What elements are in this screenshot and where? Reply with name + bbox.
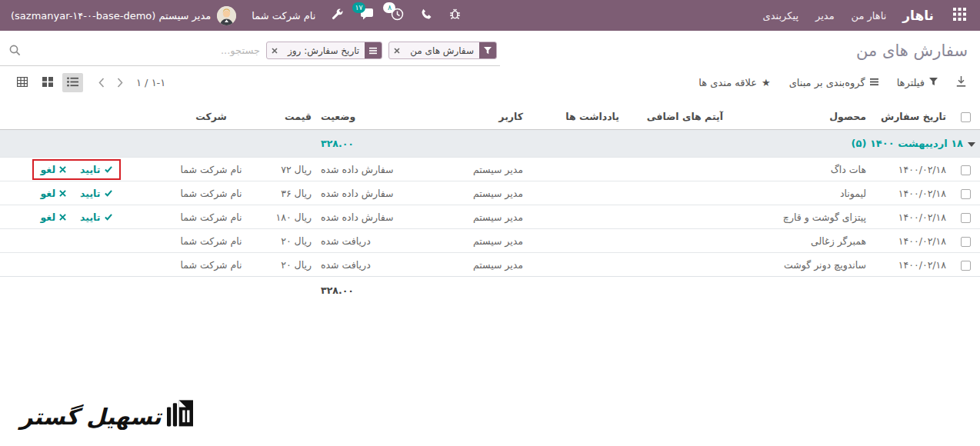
kanban-icon (42, 75, 53, 90)
total-price-sum: ۳۲۸.۰۰ (316, 277, 428, 305)
order-date: ۱۴۰۰/۰۲/۱۸ (898, 188, 946, 199)
extras-cell (624, 205, 728, 229)
user-menu[interactable]: مدیر سیستم (sazmanyar-۱۴-۰-base-demo) (3, 0, 244, 31)
debug-button[interactable] (441, 0, 469, 31)
table-row[interactable]: ۱۴۰۰/۰۲/۱۸ همبرگر زغالی مدیر سیستم دریاف… (0, 229, 980, 253)
filter-funnel-icon (929, 77, 938, 88)
column-header-product[interactable]: محصول (728, 104, 871, 130)
facet-remove-icon[interactable] (267, 42, 282, 58)
header-row: تاریخ سفارش محصول آیتم های اضافی یادداشت… (0, 104, 980, 130)
search-facet-filter: سفارش های من (388, 42, 497, 59)
column-header-notes[interactable]: یادداشت ها (528, 104, 624, 130)
extras-cell (624, 253, 728, 277)
notes-cell (528, 229, 624, 253)
confirm-button[interactable]: تایید (80, 211, 112, 223)
status-cell: دریافت شده (316, 229, 428, 253)
kanban-view-button[interactable] (37, 73, 58, 92)
row-checkbox[interactable] (961, 237, 971, 247)
pager-value[interactable]: ۱ / ۱-۱ (128, 77, 173, 88)
voip-button[interactable] (412, 0, 441, 31)
status-cell: سفارش داده شده (316, 181, 428, 205)
user-name: مدیر سیستم (428, 158, 528, 181)
group-by-icon (365, 42, 382, 58)
confirm-button[interactable]: تایید (80, 164, 112, 175)
wrench-icon (332, 8, 343, 23)
filter-funnel-icon (479, 42, 496, 58)
select-all-checkbox[interactable] (961, 112, 971, 122)
row-checkbox[interactable] (961, 189, 971, 199)
cancel-button[interactable]: لغو (41, 164, 67, 175)
phone-icon (421, 8, 432, 23)
view-switcher (9, 73, 85, 92)
filters-label: فیلترها (897, 77, 925, 88)
column-header-extras[interactable]: آیتم های اضافی (624, 104, 728, 130)
control-panel-bottom: فیلترها گروه‌بندی بر مبنای ★ علاقه مندی … (0, 66, 980, 98)
cancel-button[interactable]: لغو (41, 211, 67, 223)
column-header-actions (0, 104, 152, 130)
logo-text: تسهیل گستر (20, 404, 162, 430)
column-header-price[interactable]: قیمت (270, 104, 316, 130)
column-header-date[interactable]: تاریخ سفارش (871, 104, 951, 130)
menu-my-lunch[interactable]: ناهار من (843, 0, 895, 31)
tools-button[interactable] (323, 0, 352, 31)
menu-configuration[interactable]: پیکربندی (755, 0, 807, 31)
vendor-logo: تسهیل گستر (20, 400, 193, 434)
search-input[interactable] (27, 45, 260, 56)
cancel-button[interactable]: لغو (41, 188, 67, 199)
facet-label: تاریخ سفارش: روز (282, 42, 365, 58)
table-row[interactable]: ۱۴۰۰/۰۲/۱۸ لیموناد مدیر سیستم سفارش داده… (0, 181, 980, 205)
menu-manager[interactable]: مدیر (807, 0, 843, 31)
column-header-user[interactable]: کاربر (428, 104, 528, 130)
list-icon (67, 75, 78, 90)
pager-prev-button[interactable] (111, 78, 128, 88)
row-checkbox[interactable] (961, 261, 971, 271)
x-icon (59, 211, 66, 223)
user-name: مدیر سیستم (sazmanyar-۱۴-۰-base-demo) (11, 10, 211, 22)
export-button[interactable] (952, 72, 971, 94)
systray: ۸ ۱۷ نام شرکت شما مدیر سیستم (sazmanyar-… (3, 0, 469, 31)
company-cell: نام شرکت شما (152, 253, 270, 277)
control-panel-top: سفارش های من سفارش های من تاریخ سفارش: ر… (0, 31, 980, 66)
product-name: هات داگ (728, 158, 871, 181)
row-checkbox[interactable] (961, 213, 971, 223)
confirm-button[interactable]: تایید (80, 188, 112, 199)
facet-remove-icon[interactable] (389, 42, 405, 58)
table-row[interactable]: ۱۴۰۰/۰۲/۱۸ هات داگ مدیر سیستم سفارش داده… (0, 158, 980, 181)
group-price-sum: ۳۲۸.۰۰ (316, 130, 428, 158)
logo-mark-icon (167, 400, 193, 434)
messages-button[interactable]: ۱۷ (352, 0, 382, 31)
user-name: مدیر سیستم (428, 205, 528, 229)
pager-next-button[interactable] (93, 78, 111, 88)
favorites-label: علاقه مندی ها (698, 77, 757, 88)
company-cell: نام شرکت شما (152, 158, 270, 181)
company-cell: نام شرکت شما (152, 181, 270, 205)
table-row[interactable]: ۱۴۰۰/۰۲/۱۸ پیتزای گوشت و قارچ مدیر سیستم… (0, 205, 980, 229)
extras-cell (624, 158, 728, 181)
group-by-icon (870, 77, 878, 88)
column-header-company[interactable]: شرکت (152, 104, 270, 130)
x-icon (59, 164, 66, 175)
search-icon[interactable] (3, 45, 27, 56)
row-checkbox[interactable] (961, 165, 971, 175)
notes-cell (528, 158, 624, 181)
company-cell: نام شرکت شما (152, 205, 270, 229)
company-cell: نام شرکت شما (152, 229, 270, 253)
group-toggle[interactable]: ۱۸ اردیبهشت ۱۴۰۰ (۵) (852, 138, 963, 149)
table-row[interactable]: ۱۴۰۰/۰۲/۱۸ ساندویچ دونر گوشت مدیر سیستم … (0, 253, 980, 277)
favorites-button[interactable]: ★ علاقه مندی ها (691, 73, 778, 92)
pivot-view-button[interactable] (12, 73, 32, 92)
filters-button[interactable]: فیلترها (889, 73, 945, 92)
search-facet-groupby: تاریخ سفارش: روز (266, 42, 382, 59)
apps-menu-button[interactable] (942, 0, 977, 31)
apps-grid-icon (953, 8, 966, 24)
search-options: فیلترها گروه‌بندی بر مبنای ★ علاقه مندی … (691, 72, 971, 94)
groupby-label: گروه‌بندی بر مبنای (789, 77, 865, 88)
activities-button[interactable]: ۸ (382, 0, 412, 31)
status-cell: سفارش داده شده (316, 205, 428, 229)
price-cell: ۲۰ ریال (281, 235, 312, 247)
company-switcher[interactable]: نام شرکت شما (244, 0, 323, 31)
column-header-status[interactable]: وضعیت (316, 104, 428, 130)
groupby-button[interactable]: گروه‌بندی بر مبنای (782, 73, 886, 92)
list-view-button[interactable] (62, 73, 83, 92)
app-brand-lunch[interactable]: ناهار (895, 8, 942, 23)
